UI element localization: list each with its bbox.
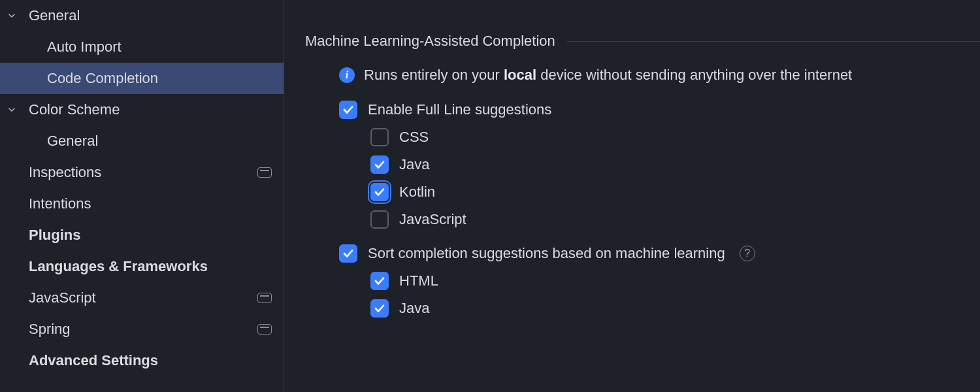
tree-item-label: Plugins [24, 227, 80, 244]
tree-item[interactable]: Color Scheme [0, 94, 284, 125]
language-label[interactable]: Java [399, 156, 429, 173]
tree-item[interactable]: General [0, 125, 284, 157]
checkbox-sort-ml[interactable] [339, 244, 357, 263]
tree-item-label: Code Completion [0, 70, 158, 87]
tree-item-label: General [0, 133, 98, 150]
tree-item-label: Languages & Frameworks [24, 258, 208, 275]
info-note: i Runs entirely on your local device wit… [305, 67, 980, 84]
option-sort-ml: Sort completion suggestions based on mac… [305, 244, 980, 263]
info-icon: i [339, 67, 355, 83]
scope-badge-icon [257, 324, 272, 335]
checkbox-language[interactable] [370, 299, 389, 318]
section-rule [567, 41, 980, 42]
option-label[interactable]: Enable Full Line suggestions [368, 101, 551, 118]
tree-item[interactable]: JavaScript [0, 282, 284, 314]
tree-item-label: General [24, 7, 80, 24]
checkbox-language[interactable] [370, 128, 389, 146]
tree-item[interactable]: Advanced Settings [0, 345, 284, 376]
tree-item[interactable]: Spring [0, 314, 284, 345]
language-option: Java [305, 299, 980, 318]
section-header: Machine Learning-Assisted Completion [305, 33, 980, 50]
tree-item[interactable]: Plugins [0, 220, 284, 251]
chevron-down-icon [0, 10, 24, 21]
language-label[interactable]: Kotlin [399, 184, 435, 201]
tree-item-label: Color Scheme [24, 101, 120, 118]
tree-item[interactable]: Intentions [0, 188, 284, 220]
language-label[interactable]: CSS [399, 129, 429, 146]
tree-item-label: Inspections [24, 164, 101, 181]
settings-content: Machine Learning-Assisted Completion i R… [284, 0, 980, 392]
tree-item[interactable]: Code Completion [0, 63, 284, 94]
tree-item-label: Spring [24, 321, 71, 338]
checkbox-language[interactable] [370, 210, 389, 229]
scope-badge-icon [257, 293, 272, 303]
tree-item[interactable]: General [0, 0, 284, 31]
checkbox-enable-full-line[interactable] [339, 101, 357, 119]
language-option: HTML [305, 272, 980, 290]
language-label[interactable]: HTML [399, 272, 438, 289]
option-enable-full-line: Enable Full Line suggestions [305, 101, 980, 119]
section-title-text: Machine Learning-Assisted Completion [305, 33, 555, 50]
info-text: Runs entirely on your local device witho… [364, 67, 852, 84]
tree-item[interactable]: Inspections [0, 157, 284, 188]
language-label[interactable]: JavaScript [399, 211, 466, 228]
settings-tree: GeneralAuto ImportCode CompletionColor S… [0, 0, 284, 392]
tree-item-label: Intentions [24, 195, 91, 212]
language-option: Java [305, 155, 980, 174]
scope-badge-icon [257, 167, 272, 178]
language-label[interactable]: Java [399, 300, 429, 317]
tree-item[interactable]: Languages & Frameworks [0, 251, 284, 282]
chevron-down-icon [0, 105, 24, 115]
tree-item-label: JavaScript [24, 289, 96, 306]
language-option: JavaScript [305, 210, 980, 229]
checkbox-language[interactable] [370, 272, 389, 290]
tree-item-label: Auto Import [0, 39, 122, 56]
tree-item-label: Advanced Settings [24, 352, 158, 369]
tree-item[interactable]: Auto Import [0, 31, 284, 63]
checkbox-language[interactable] [370, 155, 389, 174]
option-label[interactable]: Sort completion suggestions based on mac… [368, 245, 725, 262]
language-option: Kotlin [305, 183, 980, 201]
help-icon[interactable]: ? [740, 246, 755, 261]
language-option: CSS [305, 128, 980, 146]
checkbox-language[interactable] [370, 183, 389, 201]
